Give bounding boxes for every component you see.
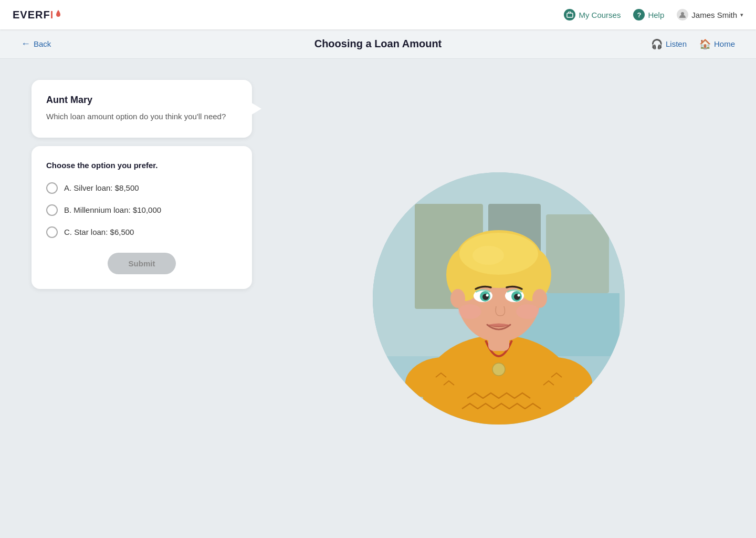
logo-flame-icon [55,10,62,19]
subheader: ← Back Choosing a Loan Amount 🎧 Listen 🏠… [0,29,756,59]
option-a[interactable]: A. Silver loan: $8,500 [46,182,237,194]
my-courses-label: My Courses [579,11,621,19]
svg-point-29 [458,304,481,319]
quiz-instruction: Choose the option you prefer. [46,161,237,170]
submit-button[interactable]: Submit [108,253,176,274]
svg-point-30 [516,304,539,319]
logo: EVERFI [13,9,62,21]
back-arrow-icon: ← [21,38,30,49]
option-b-label: B. Millennium loan: $10,000 [64,205,161,214]
svg-point-20 [532,289,547,308]
bubble-text: Which loan amount option do you think yo… [46,111,237,123]
character-name: Aunt Mary [46,95,237,106]
headphones-icon: 🎧 [651,38,663,50]
right-panel [273,80,724,517]
aunt-mary-svg [373,172,625,425]
character-illustration [373,172,625,425]
help-icon: ? [633,9,645,20]
left-panel: Aunt Mary Which loan amount option do yo… [32,80,252,517]
my-courses-nav[interactable]: My Courses [564,9,621,20]
header-nav: My Courses ? Help James Smith ▾ [564,9,743,20]
user-avatar-icon [677,9,688,20]
logo-text: EVERFI [13,9,54,21]
svg-point-11 [492,363,505,376]
svg-point-27 [486,294,489,297]
option-b[interactable]: B. Millennium loan: $10,000 [46,204,237,216]
home-icon: 🏠 [699,38,711,50]
subheader-right: 🎧 Listen 🏠 Home [651,38,735,50]
svg-rect-0 [567,13,573,17]
quiz-card: Choose the option you prefer. A. Silver … [32,146,252,289]
radio-b[interactable] [46,204,58,216]
svg-point-28 [518,294,520,297]
help-label: Help [648,11,664,19]
radio-c[interactable] [46,226,58,238]
option-a-label: A. Silver loan: $8,500 [64,183,139,192]
my-courses-icon [564,9,575,20]
help-nav[interactable]: ? Help [633,9,664,20]
option-c[interactable]: C. Star loan: $6,500 [46,226,237,238]
options-list: A. Silver loan: $8,500 B. Millennium loa… [46,182,237,238]
svg-point-19 [450,289,465,308]
main-content: Aunt Mary Which loan amount option do yo… [0,59,756,538]
user-name: James Smith [691,11,737,19]
listen-button[interactable]: 🎧 Listen [651,38,687,50]
svg-rect-5 [546,214,609,293]
svg-point-18 [472,246,504,265]
option-c-label: C. Star loan: $6,500 [64,227,134,236]
radio-a[interactable] [46,182,58,194]
speech-bubble: Aunt Mary Which loan amount option do yo… [32,80,252,138]
page-title: Choosing a Loan Amount [314,38,442,50]
chevron-down-icon: ▾ [740,12,743,18]
home-label: Home [714,39,735,48]
user-nav[interactable]: James Smith ▾ [677,9,743,20]
header: EVERFI My Courses ? Help [0,0,756,29]
home-button[interactable]: 🏠 Home [699,38,735,50]
back-button[interactable]: ← Back [21,38,51,49]
listen-label: Listen [666,39,687,48]
back-label: Back [34,39,51,48]
